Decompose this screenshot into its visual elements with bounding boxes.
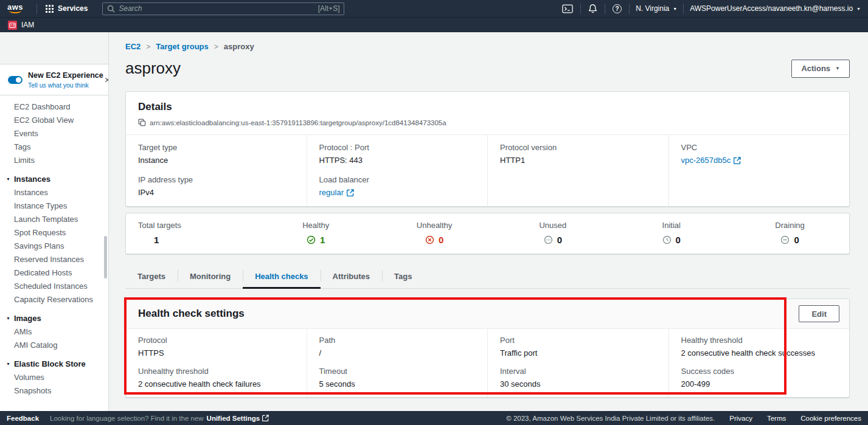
details-title: Details <box>138 101 837 113</box>
account-menu[interactable]: AWSPowerUserAccess/navaneeth.kn@harness.… <box>690 4 861 13</box>
sidebar-item-tags[interactable]: Tags <box>0 140 108 154</box>
help-button[interactable]: ? <box>611 4 623 13</box>
sidebar-section-instances[interactable]: ▼Instances <box>0 173 108 186</box>
unified-settings-link[interactable]: Unified Settings <box>207 415 269 422</box>
sidebar-item-ec2-dashboard[interactable]: EC2 Dashboard <box>0 100 108 114</box>
tab-attributes[interactable]: Attributes <box>321 266 382 288</box>
global-search[interactable]: [Alt+S] <box>102 2 344 15</box>
external-link-icon <box>262 415 269 421</box>
details-card: Details arn:aws:elasticloadbalancing:us-… <box>125 91 850 207</box>
targets-summary-card: Total targets 1 Healthy 1 Unhealthy 0 Un… <box>125 213 850 254</box>
field-vpc: VPC vpc-2657db5c <box>681 143 838 165</box>
sidebar-item-snapshots[interactable]: Snapshots <box>0 384 108 398</box>
field-healthy-threshold: Healthy threshold 2 consecutive health c… <box>681 336 838 358</box>
breadcrumb-separator-icon: > <box>214 43 218 51</box>
tab-tags[interactable]: Tags <box>382 266 424 288</box>
divider <box>683 4 684 14</box>
divider <box>580 4 581 14</box>
unused-count: Unused 0 <box>493 221 612 245</box>
aws-smile-icon <box>9 10 21 13</box>
cookie-preferences-link[interactable]: Cookie preferences <box>800 415 861 422</box>
sidebar-item-amis[interactable]: AMIs <box>0 325 108 339</box>
favorite-iam-label: IAM <box>21 21 34 29</box>
chevron-down-icon: ▼ <box>673 7 677 11</box>
sidebar-item-savings-plans[interactable]: Savings Plans <box>0 240 108 253</box>
initial-count: Initial 0 <box>612 221 731 245</box>
services-label: Services <box>58 4 88 13</box>
tab-targets[interactable]: Targets <box>125 266 178 288</box>
sidebar-item-instances[interactable]: Instances <box>0 186 108 199</box>
healthy-count: Healthy 1 <box>257 221 375 245</box>
x-circle-icon <box>425 235 434 244</box>
sidebar: New EC2 Experience Tell us what you thin… <box>0 32 109 411</box>
sidebar-item-reserved-instances[interactable]: Reserved Instances <box>0 253 108 266</box>
sidebar-item-events[interactable]: Events <box>0 127 108 140</box>
sidebar-item-ami-catalog[interactable]: AMI Catalog <box>0 339 108 352</box>
sidebar-section-images[interactable]: ▼Images <box>0 312 108 325</box>
field-load-balancer: Load balancer regular <box>319 175 476 197</box>
sidebar-item-capacity-reservations[interactable]: Capacity Reservations <box>0 293 108 306</box>
vpc-link[interactable]: vpc-2657db5c <box>681 156 838 165</box>
cloudshell-button[interactable] <box>561 4 574 13</box>
services-menu-button[interactable]: Services <box>43 4 90 13</box>
account-label: AWSPowerUserAccess/navaneeth.kn@harness.… <box>690 4 853 13</box>
field-protocol-version: Protocol version HTTP1 <box>500 143 656 165</box>
terms-link[interactable]: Terms <box>767 415 786 422</box>
bell-icon <box>588 4 597 13</box>
sidebar-item-dedicated-hosts[interactable]: Dedicated Hosts <box>0 266 108 280</box>
target-group-arn: arn:aws:elasticloadbalancing:us-east-1:3… <box>150 119 446 126</box>
feedback-button[interactable]: Feedback <box>7 415 39 422</box>
terminal-icon <box>562 4 573 13</box>
check-circle-icon <box>307 235 316 244</box>
sidebar-item-volumes[interactable]: Volumes <box>0 371 108 384</box>
tab-health-checks[interactable]: Health checks <box>243 266 320 288</box>
sidebar-scrollbar[interactable] <box>104 236 107 278</box>
sidebar-item-ec2-global-view[interactable]: EC2 Global View <box>0 114 108 127</box>
clock-circle-icon <box>662 235 672 244</box>
unhealthy-count: Unhealthy 0 <box>375 221 494 245</box>
sidebar-item-limits[interactable]: Limits <box>0 154 108 167</box>
new-experience-title: New EC2 Experience <box>28 71 103 80</box>
favorites-bar: IAM <box>0 17 868 32</box>
sidebar-item-spot-requests[interactable]: Spot Requests <box>0 226 108 240</box>
field-success-codes: Success codes 200-499 <box>681 367 838 389</box>
edit-button[interactable]: Edit <box>799 305 839 322</box>
tell-us-link[interactable]: Tell us what you think <box>28 81 103 89</box>
chevron-down-icon: ▼ <box>6 177 10 181</box>
iam-service-icon <box>8 21 17 30</box>
close-icon[interactable]: × <box>103 75 109 85</box>
search-shortcut-hint: [Alt+S] <box>318 4 340 13</box>
notifications-button[interactable] <box>587 4 599 13</box>
minus-circle-icon <box>780 235 790 244</box>
sidebar-item-launch-templates[interactable]: Launch Templates <box>0 213 108 226</box>
dots-circle-icon <box>544 235 553 244</box>
footer: Feedback Looking for language selection?… <box>0 411 868 425</box>
region-selector[interactable]: N. Virginia ▼ <box>636 4 677 13</box>
field-unhealthy-threshold: Unhealthy threshold 2 consecutive health… <box>138 367 294 389</box>
sidebar-section-elastic-block-store[interactable]: ▼Elastic Block Store <box>0 358 108 371</box>
aws-logo[interactable]: aws <box>7 4 23 13</box>
sidebar-item-instance-types[interactable]: Instance Types <box>0 199 108 213</box>
search-icon <box>107 5 115 13</box>
external-link-icon <box>734 157 741 164</box>
chevron-down-icon: ▼ <box>835 66 840 71</box>
breadcrumb: EC2 > Target groups > asproxy <box>125 42 850 51</box>
field-path: Path / <box>319 336 476 358</box>
favorite-iam-link[interactable]: IAM <box>8 21 34 30</box>
new-experience-toggle[interactable] <box>8 76 23 84</box>
actions-button[interactable]: Actions ▼ <box>791 60 850 78</box>
divider <box>36 4 37 14</box>
privacy-link[interactable]: Privacy <box>729 415 752 422</box>
tab-bar: Targets Monitoring Health checks Attribu… <box>125 266 850 289</box>
field-port: Port Traffic port <box>500 336 656 358</box>
page-title: asproxy <box>125 59 181 78</box>
sidebar-item-scheduled-instances[interactable]: Scheduled Instances <box>0 280 108 293</box>
health-check-settings-title: Health check settings <box>138 308 245 320</box>
copy-icon[interactable] <box>138 119 146 126</box>
breadcrumb-target-groups[interactable]: Target groups <box>156 42 208 51</box>
load-balancer-link[interactable]: regular <box>319 188 476 197</box>
search-input[interactable] <box>119 4 314 13</box>
tab-monitoring[interactable]: Monitoring <box>178 266 243 288</box>
main-content: EC2 > Target groups > asproxy asproxy Ac… <box>109 32 868 411</box>
breadcrumb-ec2[interactable]: EC2 <box>125 42 141 51</box>
